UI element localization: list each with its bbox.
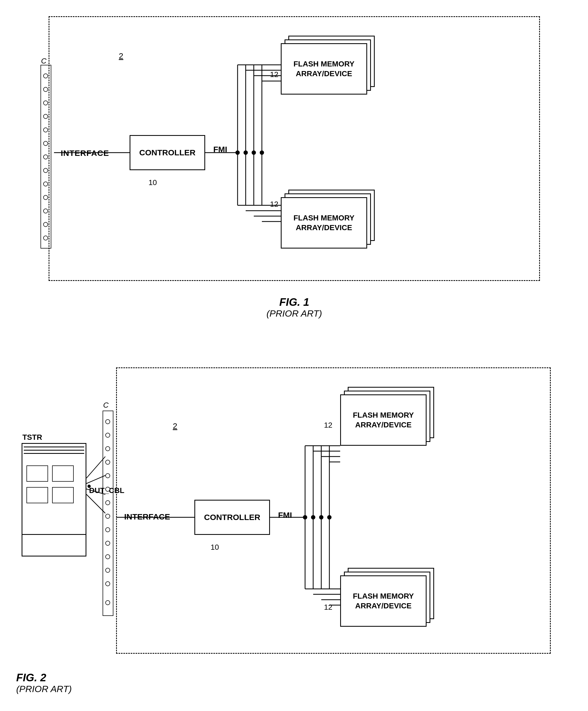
- fig2-caption: FIG. 2 (PRIOR ART): [16, 672, 72, 694]
- connector-circle-8: [43, 168, 48, 173]
- fig2-label-12-top: 12: [324, 421, 332, 430]
- fig1-label-12-top: 12: [270, 70, 278, 79]
- connector-circle-3: [43, 101, 48, 105]
- fig1-flash-top: FLASH MEMORYARRAY/DEVICE: [281, 33, 378, 94]
- fig2-title: FIG. 2: [16, 672, 72, 684]
- fig2-flash-bottom: FLASH MEMORYARRAY/DEVICE: [340, 565, 437, 627]
- connector-circle-1: [43, 73, 48, 78]
- fig1-flash-bottom: FLASH MEMORYARRAY/DEVICE: [281, 187, 378, 249]
- fig2-strip-box: [103, 411, 113, 616]
- fig1-interface-label: INTERFACE: [61, 149, 109, 158]
- fig2-area: 2 TSTR DUT_CBL C: [16, 362, 572, 699]
- tstr-screen3: [26, 487, 48, 503]
- fig1-area: 2 C INTERFACE: [16, 11, 572, 324]
- fig2-flash-top: FLASH MEMORYARRAY/DEVICE: [340, 384, 437, 446]
- fig1-title: FIG. 1: [16, 296, 572, 308]
- connector-circle-10: [43, 195, 48, 200]
- connector-circle-11: [43, 209, 48, 213]
- connector-circle-5: [43, 128, 48, 132]
- diagram-container: 2 C INTERFACE: [0, 0, 588, 711]
- fig1-flash-box-bottom: FLASH MEMORYARRAY/DEVICE: [281, 197, 367, 249]
- fig2-circle-12: [105, 568, 110, 573]
- fig2-circle-3: [105, 446, 110, 451]
- fig2-flash-label-bottom: FLASH MEMORYARRAY/DEVICE: [353, 591, 414, 611]
- fig2-circle-10: [105, 541, 110, 546]
- fig1-label-12-bottom: 12: [270, 200, 278, 209]
- fig1-subtitle: (PRIOR ART): [16, 308, 572, 319]
- fig1-connector-strip: C: [38, 65, 54, 254]
- fig2-label-12-bottom: 12: [324, 603, 332, 611]
- fig2-interface-label: INTERFACE: [124, 512, 170, 521]
- fig2-circle-2: [105, 433, 110, 438]
- fig2-circle-5: [105, 473, 110, 478]
- fig1-flash-box-top: FLASH MEMORYARRAY/DEVICE: [281, 43, 367, 94]
- fig1-strip-box: [41, 65, 51, 249]
- tstr-line3: [24, 453, 84, 454]
- connector-circle-6: [43, 141, 48, 146]
- fig2-circle-1: [105, 419, 110, 424]
- fig1-flash-label-top: FLASH MEMORYARRAY/DEVICE: [293, 59, 355, 79]
- fig2-connector-strip: C: [100, 411, 116, 621]
- fig2-controller-label: CONTROLLER: [204, 513, 260, 522]
- tstr-screen1: [26, 466, 48, 482]
- connector-circle-12: [43, 222, 48, 227]
- fig2-tstr-inner: [22, 444, 86, 556]
- fig1-label-10: 10: [149, 178, 157, 187]
- fig1-caption: FIG. 1 (PRIOR ART): [16, 296, 572, 319]
- fig2-circle-9: [105, 527, 110, 532]
- fig2-tstr-label: TSTR: [22, 433, 42, 442]
- connector-circle-2: [43, 87, 48, 92]
- tstr-line1: [24, 447, 84, 447]
- tstr-screen4: [52, 487, 74, 503]
- fig2-fmi-label: FMI: [278, 511, 292, 520]
- fig2-circle-13: [105, 581, 110, 586]
- tstr-screen2: [52, 466, 74, 482]
- fig2-tstr-box: TSTR: [22, 443, 86, 557]
- connector-circle-9: [43, 181, 48, 187]
- fig2-flash-label-top: FLASH MEMORYARRAY/DEVICE: [353, 410, 414, 430]
- fig1-controller-label: CONTROLLER: [139, 148, 196, 157]
- fig2-label-2: 2: [173, 422, 177, 431]
- fig1-fmi-label: FMI: [213, 145, 227, 154]
- fig2-circle-14: [105, 600, 110, 605]
- fig1-controller-box: CONTROLLER: [130, 135, 205, 170]
- fig2-label-10: 10: [210, 543, 219, 552]
- fig2-flash-box-bottom: FLASH MEMORYARRAY/DEVICE: [340, 575, 427, 627]
- fig2-circle-8: [105, 514, 110, 519]
- fig1-flash-label-bottom: FLASH MEMORYARRAY/DEVICE: [293, 213, 355, 233]
- fig1-label-2: 2: [119, 51, 123, 61]
- connector-circle-13: [43, 236, 48, 240]
- fig2-circle-11: [105, 554, 110, 559]
- fig2-circle-4: [105, 460, 110, 465]
- tstr-bottom: [22, 534, 86, 556]
- connector-circle-4: [43, 114, 48, 119]
- tstr-line2: [24, 450, 84, 451]
- fig2-c-label: C: [103, 401, 109, 410]
- connector-circle-7: [43, 154, 48, 159]
- fig2-dashed-box: [116, 367, 551, 654]
- fig1-c-label: C: [41, 57, 46, 65]
- fig2-circle-7: [105, 500, 110, 505]
- fig2-subtitle: (PRIOR ART): [16, 684, 72, 694]
- fig2-circle-6: [105, 487, 110, 492]
- fig2-controller-box: CONTROLLER: [195, 500, 270, 535]
- fig2-flash-box-top: FLASH MEMORYARRAY/DEVICE: [340, 394, 427, 446]
